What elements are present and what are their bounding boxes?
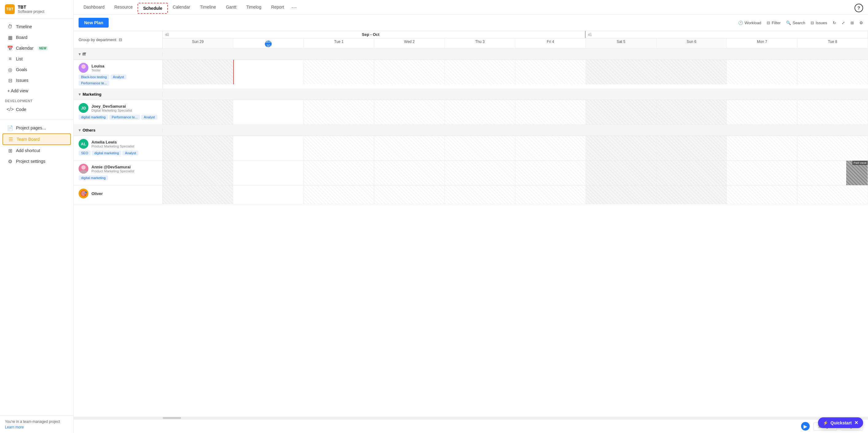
date-wed2: Wed 2 [374,38,445,48]
prev-arrow[interactable]: ▶ [801,422,810,431]
avatar-louisa [79,63,88,73]
help-button[interactable]: ? [855,4,863,12]
scrollbar-track[interactable] [74,417,868,419]
paid-vacation-label: Paid vacat [852,161,868,165]
timeline-icon: ⏱ [7,24,13,29]
sidebar-item-list[interactable]: ≡ List [2,54,71,64]
sidebar-item-project-pages[interactable]: 📄 Project pages... [2,123,71,133]
tag-blackbox: Black-box testing [79,74,109,79]
group-others: ▾ Others [74,125,868,136]
today-line [233,60,234,84]
toolbar: New Plan 🕐 Workload ⊟ Filter 🔍 Search ⊟ … [74,15,868,31]
project-name: TBT [18,5,44,9]
collapse-it-icon[interactable]: ▾ [79,52,81,57]
search-button[interactable]: 🔍 Search [786,21,805,25]
week41-label: 41 [585,31,868,38]
more-tabs-button[interactable]: ⋯ [289,4,299,11]
tab-calendar[interactable]: Calendar [168,0,195,15]
goals-icon: ◎ [7,67,13,72]
sidebar-item-code[interactable]: </> Code [2,104,71,115]
tag-analyst-joey: Analyst [141,115,157,120]
board-icon: ▦ [7,35,13,40]
issues-button[interactable]: ⊟ Issues [811,21,827,25]
settings-toolbar-icon: ⚙ [859,21,863,25]
quickstart-icon: ⚡ [823,421,828,425]
sidebar-add-view[interactable]: + Add view [2,86,71,96]
columns-button[interactable]: ⊞ [850,21,854,25]
filter-button[interactable]: ⊟ Filter [767,21,780,25]
new-plan-button[interactable]: New Plan [79,18,108,28]
tag-perf-joey: Performance te... [109,115,140,120]
app-logo: TBT [5,4,15,14]
sidebar-footer: You're in a team-managed project Learn m… [0,415,73,433]
tag-digital-annie: digital marketing [79,175,108,180]
tab-gantt[interactable]: Gantt [221,0,241,15]
search-icon: 🔍 [786,21,791,25]
learn-more-link[interactable]: Learn more [5,425,68,429]
filter-icon: ⊟ [767,21,770,25]
sidebar-item-timeline[interactable]: ⏱ Timeline [2,22,71,32]
sidebar-nav: ⏱ Timeline ▦ Board 📅 Calendar NEW ≡ List… [0,19,73,415]
schedule-header: Group by department ⊟ 40 Sep - Oct 41 Su… [74,31,868,49]
person-oliver: 🎯 Oliver [74,186,868,204]
person-joey: JD Joey_DevSamurai Digital Marketing Spe… [74,100,868,125]
tab-resource[interactable]: Resource [110,0,138,15]
date-fri4: Fri 4 [515,38,586,48]
workload-button[interactable]: 🕐 Workload [738,21,762,25]
tag-perf-louisa: Performance te... [79,81,109,86]
dev-section-label: DEVELOPMENT [0,96,73,104]
sidebar-item-project-settings[interactable]: ⚙ Project settings [2,156,71,167]
quickstart-close-button[interactable]: ✕ [854,420,858,426]
date-mon7: Mon 7 [727,38,797,48]
tab-report[interactable]: Report [266,0,289,15]
quickstart-button[interactable]: ⚡ Quickstart ✕ [818,418,863,428]
tab-timelog[interactable]: Timelog [241,0,266,15]
svg-point-2 [81,165,86,170]
tab-schedule[interactable]: Schedule [137,3,167,14]
refresh-icon: ↻ [833,21,836,25]
week40-label: 40 Sep - Oct [163,31,585,38]
expand-icon: ⤢ [842,21,845,25]
group-it-label: ▾ IT [74,52,163,57]
sidebar-item-issues[interactable]: ⊟ Issues [2,75,71,86]
columns-icon: ⊞ [850,21,854,25]
sidebar-item-board[interactable]: ▦ Board [2,32,71,43]
issues-toolbar-icon: ⊟ [811,21,814,25]
week-numbers-row: 40 Sep - Oct 41 [163,31,868,38]
calendar-icon: 📅 [7,45,13,51]
paid-vacation-block: Paid vacat [846,161,868,185]
avatar-amelia: AL [79,139,88,149]
filter-group-icon[interactable]: ⊟ [119,37,122,42]
date-tue1: Tue 1 [304,38,374,48]
dates-header: 40 Sep - Oct 41 Sun 29 Mon 30 Tue 1 Wed … [163,31,868,48]
avatar-oliver: 🎯 [79,189,88,198]
expand-button[interactable]: ⤢ [842,21,845,25]
sidebar-item-add-shortcut[interactable]: ⊞ Add shortcut [2,145,71,156]
bottom-bar: ▶ Today ▾ Days ▾ [74,419,868,433]
scrollbar-thumb[interactable] [163,417,181,419]
workload-icon: 🕐 [738,21,743,25]
tag-analyst-louisa: Analyst [111,74,126,79]
tag-digital-joey: digital marketing [79,115,108,120]
tag-analyst-amelia: Analyst [122,151,138,156]
date-mon30: Mon 30 [233,38,304,48]
person-amelia: AL Amelia Lewis Product Marketing Specia… [74,136,868,161]
pages-icon: 📄 [7,125,13,131]
group-marketing: ▾ Marketing [74,89,868,100]
person-annie: Annie @DevSamurai Product Marketing Spec… [74,161,868,186]
tab-dashboard[interactable]: Dashboard [79,0,110,15]
tab-timeline[interactable]: Timeline [195,0,221,15]
group-it: ▾ IT [74,49,868,60]
collapse-others-icon[interactable]: ▾ [79,128,81,132]
settings-icon: ⚙ [7,159,13,164]
code-icon: </> [7,107,13,112]
settings-toolbar-button[interactable]: ⚙ [859,21,863,25]
list-icon: ≡ [7,56,13,62]
svg-point-0 [81,64,86,69]
refresh-button[interactable]: ↻ [833,21,836,25]
main-content: Dashboard Resource Schedule Calendar Tim… [74,0,868,433]
sidebar-item-calendar[interactable]: 📅 Calendar NEW [2,43,71,53]
collapse-marketing-icon[interactable]: ▾ [79,92,81,97]
sidebar-item-goals[interactable]: ◎ Goals [2,64,71,75]
sidebar-item-team-board[interactable]: ☰ Team Board [2,133,71,145]
